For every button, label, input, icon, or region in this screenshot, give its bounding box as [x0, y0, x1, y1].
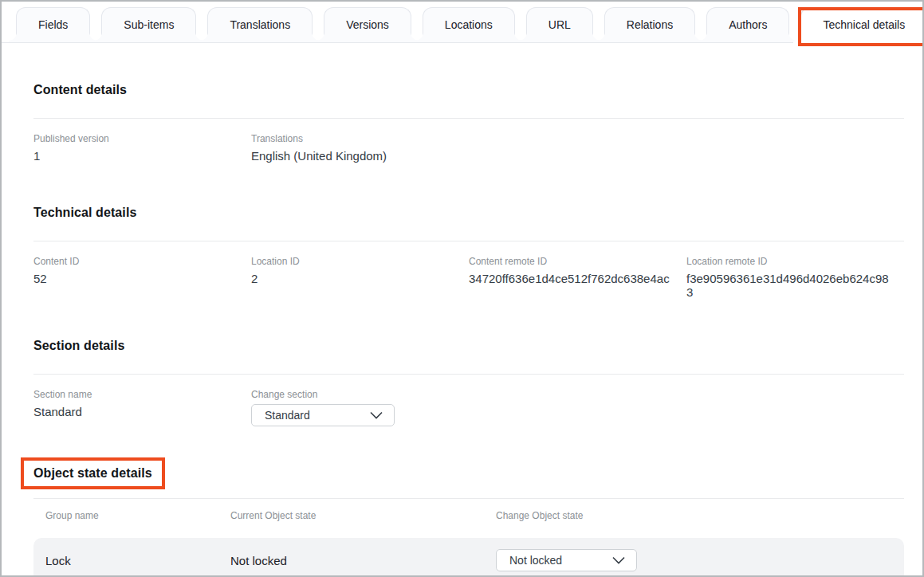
change-section-select[interactable]: Standard	[251, 404, 395, 426]
tab-label: Versions	[346, 18, 389, 31]
selected-option-label: Standard	[265, 409, 310, 422]
tab-label: Relations	[627, 18, 673, 31]
table-row: Lock Not locked Not locked	[33, 538, 904, 577]
field-location-id: Location ID 2	[251, 256, 469, 299]
field-label: Translations	[251, 133, 469, 144]
object-state-table: Group name Current Object state Change O…	[33, 498, 904, 577]
field-value: 1	[33, 149, 251, 163]
tab-label: Translations	[230, 18, 290, 31]
technical-details-grid: Content ID 52 Location ID 2 Content remo…	[33, 256, 904, 299]
field-label: Content remote ID	[469, 256, 686, 267]
field-value: 34720ff636e1d4ce512f762dc638e4ac	[469, 272, 686, 285]
table-header-row: Group name Current Object state Change O…	[33, 498, 904, 532]
field-label: Change section	[251, 389, 469, 400]
tab-url[interactable]: URL	[526, 7, 593, 42]
tab-label: Sub-items	[124, 18, 174, 31]
field-label: Location remote ID	[686, 256, 904, 267]
cell-current-object-state: Not locked	[230, 554, 496, 567]
field-label: Content ID	[33, 256, 251, 267]
tab-authors[interactable]: Authors	[706, 7, 789, 42]
section-details-heading: Section details	[33, 339, 904, 353]
tab-label: Locations	[445, 18, 493, 31]
field-content-id: Content ID 52	[33, 256, 251, 299]
column-header-change-object-state: Change Object state	[496, 510, 892, 521]
tab-translations[interactable]: Translations	[207, 7, 313, 42]
field-content-remote-id: Content remote ID 34720ff636e1d4ce512f76…	[469, 256, 686, 299]
field-published-version: Published version 1	[33, 133, 251, 163]
divider	[33, 374, 904, 375]
chevron-down-icon	[612, 554, 625, 567]
technical-details-page: Fields Sub-items Translations Versions L…	[0, 0, 924, 577]
content-details-grid: Published version 1 Translations English…	[33, 133, 904, 163]
content-tab-bar: Fields Sub-items Translations Versions L…	[2, 2, 922, 43]
tab-versions[interactable]: Versions	[324, 7, 411, 42]
field-value: f3e90596361e31d496d4026eb624c983	[686, 272, 904, 299]
column-header-current-object-state: Current Object state	[230, 510, 496, 521]
tab-relations[interactable]: Relations	[604, 7, 695, 42]
field-label: Published version	[33, 133, 251, 144]
object-state-details-heading: Object state details	[21, 457, 165, 489]
column-header-group-name: Group name	[45, 510, 230, 521]
tab-locations[interactable]: Locations	[423, 7, 515, 42]
selected-option-label: Not locked	[509, 554, 562, 567]
tab-label: Authors	[729, 18, 767, 31]
tab-label: Fields	[38, 18, 68, 31]
field-section-name: Section name Standard	[33, 389, 251, 426]
field-value: 52	[33, 272, 251, 285]
field-value: Standard	[33, 405, 251, 418]
change-object-state-select[interactable]: Not locked	[496, 549, 637, 571]
content-details-heading: Content details	[33, 83, 904, 97]
tab-technical-details[interactable]: Technical details	[800, 7, 924, 43]
technical-details-heading: Technical details	[33, 206, 904, 220]
cell-group-name: Lock	[45, 554, 230, 567]
section-details-grid: Section name Standard Change section Sta…	[33, 389, 904, 426]
field-value: English (United Kingdom)	[251, 149, 469, 163]
divider	[33, 241, 904, 241]
tab-label: Technical details	[823, 18, 905, 31]
field-label: Section name	[33, 389, 251, 400]
chevron-down-icon	[370, 409, 383, 422]
field-value: 2	[251, 272, 469, 285]
field-location-remote-id: Location remote ID f3e90596361e31d496d40…	[686, 256, 904, 299]
divider	[33, 118, 904, 119]
tab-sub-items[interactable]: Sub-items	[101, 7, 196, 42]
field-label: Location ID	[251, 256, 469, 267]
tab-fields[interactable]: Fields	[16, 7, 90, 42]
field-change-section: Change section Standard	[251, 389, 469, 426]
tab-panel-technical-details: Content details Published version 1 Tran…	[2, 83, 922, 577]
tab-label: URL	[549, 18, 571, 31]
field-translations: Translations English (United Kingdom)	[251, 133, 469, 163]
